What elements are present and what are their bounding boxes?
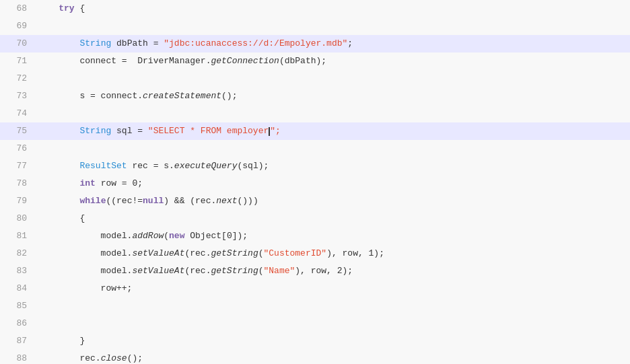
line-content bbox=[32, 70, 630, 87]
code-row: 76 bbox=[0, 140, 630, 157]
line-content: row++; bbox=[32, 280, 630, 297]
line-number: 85 bbox=[0, 297, 32, 315]
line-content: ResultSet rec = s.executeQuery(sql); bbox=[32, 157, 630, 175]
line-content bbox=[32, 17, 630, 35]
code-row: 74 bbox=[0, 105, 630, 122]
code-row: 72 bbox=[0, 70, 630, 87]
code-row: 84 row++; bbox=[0, 280, 630, 297]
code-row: 80 { bbox=[0, 210, 630, 227]
line-content: String sql = "SELECT * FROM employer"; bbox=[32, 122, 630, 140]
code-row: 73 s = connect.createStatement(); bbox=[0, 87, 630, 105]
line-content bbox=[32, 297, 630, 315]
line-content bbox=[32, 315, 630, 332]
code-row: 83 model.setValueAt(rec.getString("Name"… bbox=[0, 262, 630, 280]
line-number: 83 bbox=[0, 262, 32, 280]
code-row: 69 bbox=[0, 17, 630, 35]
line-number: 87 bbox=[0, 332, 32, 350]
code-row: 86 bbox=[0, 315, 630, 332]
code-row: 85 bbox=[0, 297, 630, 315]
line-number: 75 bbox=[0, 122, 32, 140]
line-content: while((rec!=null) && (rec.next())) bbox=[32, 192, 630, 210]
line-content: } bbox=[32, 332, 630, 350]
line-number: 68 bbox=[0, 0, 32, 17]
line-content bbox=[32, 140, 630, 157]
line-number: 86 bbox=[0, 315, 32, 332]
code-editor[interactable]: 68 try {69 70 String dbPath = "jdbc:ucan… bbox=[0, 0, 630, 364]
line-content: connect = DriverManager.getConnection(db… bbox=[32, 52, 630, 70]
line-number: 81 bbox=[0, 227, 32, 245]
line-number: 82 bbox=[0, 245, 32, 262]
line-content: model.addRow(new Object[0]); bbox=[32, 227, 630, 245]
line-content: model.setValueAt(rec.getString("Customer… bbox=[32, 245, 630, 262]
line-number: 79 bbox=[0, 192, 32, 210]
line-number: 76 bbox=[0, 140, 32, 157]
code-row: 88 rec.close(); bbox=[0, 350, 630, 364]
code-row: 82 model.setValueAt(rec.getString("Custo… bbox=[0, 245, 630, 262]
line-number: 70 bbox=[0, 35, 32, 52]
line-number: 80 bbox=[0, 210, 32, 227]
line-content: rec.close(); bbox=[32, 350, 630, 364]
line-content: s = connect.createStatement(); bbox=[32, 87, 630, 105]
line-number: 77 bbox=[0, 157, 32, 175]
line-content: model.setValueAt(rec.getString("Name"), … bbox=[32, 262, 630, 280]
line-content bbox=[32, 105, 630, 122]
code-row: 81 model.addRow(new Object[0]); bbox=[0, 227, 630, 245]
code-row: 87 } bbox=[0, 332, 630, 350]
code-row: 77 ResultSet rec = s.executeQuery(sql); bbox=[0, 157, 630, 175]
line-number: 71 bbox=[0, 52, 32, 70]
code-row: 78 int row = 0; bbox=[0, 175, 630, 192]
line-number: 69 bbox=[0, 17, 32, 35]
code-row: 71 connect = DriverManager.getConnection… bbox=[0, 52, 630, 70]
line-number: 73 bbox=[0, 87, 32, 105]
line-number: 78 bbox=[0, 175, 32, 192]
line-content: int row = 0; bbox=[32, 175, 630, 192]
line-number: 84 bbox=[0, 280, 32, 297]
code-row: 70 String dbPath = "jdbc:ucanaccess://d:… bbox=[0, 35, 630, 52]
line-number: 88 bbox=[0, 350, 32, 364]
line-content: { bbox=[32, 210, 630, 227]
code-row: 68 try { bbox=[0, 0, 630, 17]
line-content: String dbPath = "jdbc:ucanaccess://d:/Em… bbox=[32, 35, 630, 52]
line-content: try { bbox=[32, 0, 630, 17]
code-row: 79 while((rec!=null) && (rec.next())) bbox=[0, 192, 630, 210]
line-number: 72 bbox=[0, 70, 32, 87]
line-number: 74 bbox=[0, 105, 32, 122]
code-row: 75 String sql = "SELECT * FROM employer"… bbox=[0, 122, 630, 140]
